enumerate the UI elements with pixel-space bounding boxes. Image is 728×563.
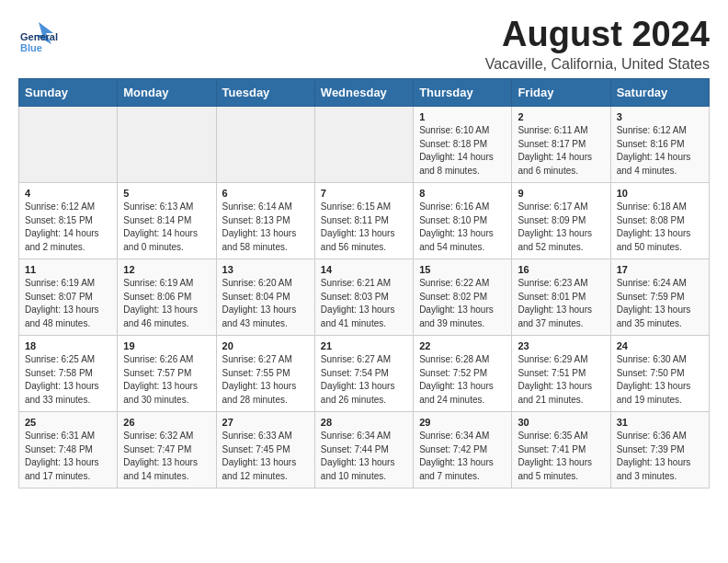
day-cell: 25Sunrise: 6:31 AM Sunset: 7:48 PM Dayli… xyxy=(19,412,118,488)
day-number: 7 xyxy=(321,188,407,199)
day-cell: 9Sunrise: 6:17 AM Sunset: 8:09 PM Daylig… xyxy=(512,183,610,259)
day-cell: 8Sunrise: 6:16 AM Sunset: 8:10 PM Daylig… xyxy=(414,183,512,259)
day-info: Sunrise: 6:11 AM Sunset: 8:17 PM Dayligh… xyxy=(518,124,604,178)
day-info: Sunrise: 6:10 AM Sunset: 8:18 PM Dayligh… xyxy=(419,124,506,178)
day-info: Sunrise: 6:23 AM Sunset: 8:01 PM Dayligh… xyxy=(518,277,604,330)
day-info: Sunrise: 6:19 AM Sunset: 8:07 PM Dayligh… xyxy=(25,277,111,330)
day-number: 8 xyxy=(419,188,506,199)
day-cell: 2Sunrise: 6:11 AM Sunset: 8:17 PM Daylig… xyxy=(512,107,610,183)
day-cell xyxy=(19,107,118,183)
day-number: 23 xyxy=(518,340,604,351)
day-cell: 1Sunrise: 6:10 AM Sunset: 8:18 PM Daylig… xyxy=(414,107,512,183)
day-cell xyxy=(216,107,314,183)
day-info: Sunrise: 6:33 AM Sunset: 7:45 PM Dayligh… xyxy=(222,430,309,483)
day-info: Sunrise: 6:12 AM Sunset: 8:15 PM Dayligh… xyxy=(25,201,111,254)
title-block: August 2024 Vacaville, California, Unite… xyxy=(485,15,710,73)
day-number: 12 xyxy=(123,264,210,275)
day-cell: 28Sunrise: 6:34 AM Sunset: 7:44 PM Dayli… xyxy=(314,412,413,488)
week-row-1: 1Sunrise: 6:10 AM Sunset: 8:18 PM Daylig… xyxy=(19,107,710,183)
day-cell: 30Sunrise: 6:35 AM Sunset: 7:41 PM Dayli… xyxy=(512,412,610,488)
day-info: Sunrise: 6:36 AM Sunset: 7:39 PM Dayligh… xyxy=(617,430,703,483)
day-info: Sunrise: 6:22 AM Sunset: 8:02 PM Dayligh… xyxy=(419,277,506,330)
day-number: 15 xyxy=(419,264,506,275)
day-number: 28 xyxy=(321,417,407,428)
day-number: 1 xyxy=(419,111,506,122)
column-header-wednesday: Wednesday xyxy=(314,79,413,107)
day-number: 25 xyxy=(25,417,111,428)
day-number: 24 xyxy=(617,340,703,351)
day-cell: 17Sunrise: 6:24 AM Sunset: 7:59 PM Dayli… xyxy=(610,259,709,336)
day-cell: 19Sunrise: 6:26 AM Sunset: 7:57 PM Dayli… xyxy=(118,336,216,412)
day-number: 14 xyxy=(321,264,407,275)
calendar-header: SundayMondayTuesdayWednesdayThursdayFrid… xyxy=(19,79,710,107)
day-cell: 15Sunrise: 6:22 AM Sunset: 8:02 PM Dayli… xyxy=(414,259,512,336)
week-row-5: 25Sunrise: 6:31 AM Sunset: 7:48 PM Dayli… xyxy=(19,412,710,488)
day-info: Sunrise: 6:20 AM Sunset: 8:04 PM Dayligh… xyxy=(222,277,309,330)
day-info: Sunrise: 6:30 AM Sunset: 7:50 PM Dayligh… xyxy=(617,353,703,407)
day-number: 10 xyxy=(617,188,703,199)
page-header: General Blue August 2024 Vacaville, Cali… xyxy=(18,15,710,73)
day-info: Sunrise: 6:15 AM Sunset: 8:11 PM Dayligh… xyxy=(321,201,407,254)
day-number: 17 xyxy=(617,264,703,275)
day-info: Sunrise: 6:18 AM Sunset: 8:08 PM Dayligh… xyxy=(617,201,703,254)
day-number: 3 xyxy=(617,111,703,122)
day-info: Sunrise: 6:32 AM Sunset: 7:47 PM Dayligh… xyxy=(123,430,210,483)
day-number: 9 xyxy=(518,188,604,199)
day-info: Sunrise: 6:34 AM Sunset: 7:42 PM Dayligh… xyxy=(419,430,506,483)
day-number: 19 xyxy=(123,340,210,351)
day-cell: 14Sunrise: 6:21 AM Sunset: 8:03 PM Dayli… xyxy=(314,259,413,336)
day-info: Sunrise: 6:27 AM Sunset: 7:55 PM Dayligh… xyxy=(222,353,309,407)
day-info: Sunrise: 6:34 AM Sunset: 7:44 PM Dayligh… xyxy=(321,430,407,483)
day-number: 4 xyxy=(25,188,111,199)
day-cell xyxy=(314,107,413,183)
day-number: 22 xyxy=(419,340,506,351)
day-info: Sunrise: 6:21 AM Sunset: 8:03 PM Dayligh… xyxy=(321,277,407,330)
day-info: Sunrise: 6:35 AM Sunset: 7:41 PM Dayligh… xyxy=(518,430,604,483)
day-cell: 7Sunrise: 6:15 AM Sunset: 8:11 PM Daylig… xyxy=(314,183,413,259)
day-cell: 12Sunrise: 6:19 AM Sunset: 8:06 PM Dayli… xyxy=(118,259,216,336)
column-header-saturday: Saturday xyxy=(610,79,709,107)
day-number: 21 xyxy=(321,340,407,351)
week-row-2: 4Sunrise: 6:12 AM Sunset: 8:15 PM Daylig… xyxy=(19,183,710,259)
day-cell: 24Sunrise: 6:30 AM Sunset: 7:50 PM Dayli… xyxy=(610,336,709,412)
week-row-4: 18Sunrise: 6:25 AM Sunset: 7:58 PM Dayli… xyxy=(19,336,710,412)
day-info: Sunrise: 6:28 AM Sunset: 7:52 PM Dayligh… xyxy=(419,353,506,407)
day-info: Sunrise: 6:31 AM Sunset: 7:48 PM Dayligh… xyxy=(25,430,111,483)
day-cell: 5Sunrise: 6:13 AM Sunset: 8:14 PM Daylig… xyxy=(118,183,216,259)
day-number: 27 xyxy=(222,417,309,428)
day-cell: 26Sunrise: 6:32 AM Sunset: 7:47 PM Dayli… xyxy=(118,412,216,488)
svg-text:Blue: Blue xyxy=(20,42,42,53)
day-info: Sunrise: 6:25 AM Sunset: 7:58 PM Dayligh… xyxy=(25,353,111,407)
day-cell: 31Sunrise: 6:36 AM Sunset: 7:39 PM Dayli… xyxy=(610,412,709,488)
day-cell: 21Sunrise: 6:27 AM Sunset: 7:54 PM Dayli… xyxy=(314,336,413,412)
calendar-body: 1Sunrise: 6:10 AM Sunset: 8:18 PM Daylig… xyxy=(19,107,710,488)
calendar-table: SundayMondayTuesdayWednesdayThursdayFrid… xyxy=(18,78,710,488)
day-cell: 29Sunrise: 6:34 AM Sunset: 7:42 PM Dayli… xyxy=(414,412,512,488)
column-header-friday: Friday xyxy=(512,79,610,107)
day-cell: 6Sunrise: 6:14 AM Sunset: 8:13 PM Daylig… xyxy=(216,183,314,259)
day-cell: 16Sunrise: 6:23 AM Sunset: 8:01 PM Dayli… xyxy=(512,259,610,336)
day-cell: 27Sunrise: 6:33 AM Sunset: 7:45 PM Dayli… xyxy=(216,412,314,488)
day-cell xyxy=(118,107,216,183)
week-row-3: 11Sunrise: 6:19 AM Sunset: 8:07 PM Dayli… xyxy=(19,259,710,336)
day-number: 26 xyxy=(123,417,210,428)
day-number: 31 xyxy=(617,417,703,428)
day-number: 5 xyxy=(123,188,210,199)
day-info: Sunrise: 6:14 AM Sunset: 8:13 PM Dayligh… xyxy=(222,201,309,254)
logo: General Blue xyxy=(18,15,59,55)
day-number: 13 xyxy=(222,264,309,275)
day-cell: 10Sunrise: 6:18 AM Sunset: 8:08 PM Dayli… xyxy=(610,183,709,259)
svg-text:General: General xyxy=(20,31,58,42)
day-cell: 13Sunrise: 6:20 AM Sunset: 8:04 PM Dayli… xyxy=(216,259,314,336)
day-info: Sunrise: 6:29 AM Sunset: 7:51 PM Dayligh… xyxy=(518,353,604,407)
day-cell: 3Sunrise: 6:12 AM Sunset: 8:16 PM Daylig… xyxy=(610,107,709,183)
subtitle: Vacaville, California, United States xyxy=(485,56,710,73)
day-number: 11 xyxy=(25,264,111,275)
day-cell: 11Sunrise: 6:19 AM Sunset: 8:07 PM Dayli… xyxy=(19,259,118,336)
column-header-tuesday: Tuesday xyxy=(216,79,314,107)
day-number: 2 xyxy=(518,111,604,122)
column-header-thursday: Thursday xyxy=(414,79,512,107)
day-info: Sunrise: 6:27 AM Sunset: 7:54 PM Dayligh… xyxy=(321,353,407,407)
day-info: Sunrise: 6:17 AM Sunset: 8:09 PM Dayligh… xyxy=(518,201,604,254)
day-info: Sunrise: 6:24 AM Sunset: 7:59 PM Dayligh… xyxy=(617,277,703,330)
